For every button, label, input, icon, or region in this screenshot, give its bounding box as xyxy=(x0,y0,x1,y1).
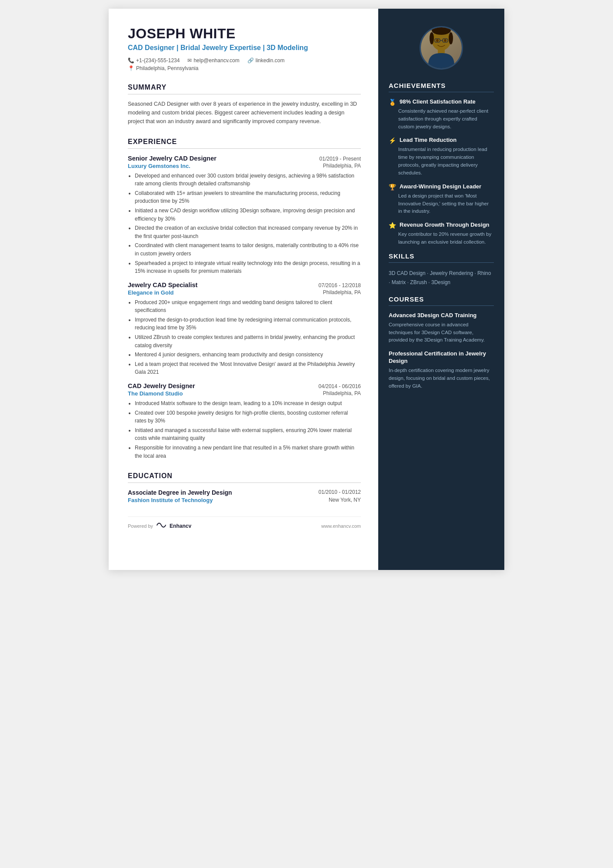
courses-section: COURSES Advanced 3Design CAD Training Co… xyxy=(389,295,494,390)
skills-section: SKILLS 3D CAD Design · Jewelry Rendering… xyxy=(389,252,494,288)
avatar-container xyxy=(389,26,494,70)
svg-point-8 xyxy=(430,32,434,44)
job-item-3: CAD Jewelry Designer 04/2014 - 06/2016 T… xyxy=(128,382,361,460)
achievement-desc-1: Consistently achieved near-perfect clien… xyxy=(389,107,494,131)
svg-point-9 xyxy=(449,32,453,44)
bullet: Developed and enhanced over 300 custom b… xyxy=(135,172,361,188)
achievement-item-4: ⭐ Revenue Growth Through Design Key cont… xyxy=(389,221,494,246)
avatar xyxy=(420,26,463,70)
course-desc-2: In-depth certification covering modern j… xyxy=(389,367,494,390)
course-title-2: Professional Certification in Jewelry De… xyxy=(389,350,494,365)
job-company-2: Elegance in Gold xyxy=(128,289,173,296)
bullet: Improved the design-to-production lead t… xyxy=(135,316,361,332)
courses-divider xyxy=(389,305,494,306)
bullet: Initiated and managed a successful liais… xyxy=(135,426,361,442)
experience-title: EXPERIENCE xyxy=(128,138,361,146)
achievement-item-3: 🏆 Award-Winning Design Leader Led a desi… xyxy=(389,183,494,215)
bullet: Produced 200+ unique engagement rings an… xyxy=(135,298,361,315)
candidate-name: JOSEPH WHITE xyxy=(128,26,361,41)
avatar-image xyxy=(421,27,462,68)
header: JOSEPH WHITE CAD Designer | Bridal Jewel… xyxy=(128,26,361,71)
achievement-desc-4: Key contributor to 20% revenue growth by… xyxy=(389,231,494,246)
phone-icon: 📞 xyxy=(128,57,134,64)
bullet: Introduced Matrix software to the design… xyxy=(135,399,361,408)
phone-contact: 📞 +1-(234)-555-1234 xyxy=(128,57,180,64)
bullet: Mentored 4 junior designers, enhancing t… xyxy=(135,351,361,359)
location-contact: 📍 Philadelphia, Pennsylvania xyxy=(128,65,198,71)
job-bullets-3: Introduced Matrix software to the design… xyxy=(128,399,361,460)
bullet: Directed the creation of an exclusive br… xyxy=(135,224,361,240)
job-bullets-2: Produced 200+ unique engagement rings an… xyxy=(128,298,361,376)
svg-point-6 xyxy=(444,39,446,42)
bullet: Coordinated with client management teams… xyxy=(135,241,361,258)
achievement-desc-3: Led a design project that won 'Most Inno… xyxy=(389,192,494,215)
courses-section-title: COURSES xyxy=(389,295,494,303)
job-location-1: Philadelphia, PA xyxy=(323,163,361,169)
education-section: EDUCATION Associate Degree in Jewelry De… xyxy=(128,472,361,503)
achievements-section: ACHIEVEMENTS 🏅 98% Client Satisfaction R… xyxy=(389,82,494,246)
achievement-icon-1: 🏅 xyxy=(389,99,396,106)
achievements-divider xyxy=(389,92,494,92)
course-desc-1: Comprehensive course in advanced techniq… xyxy=(389,321,494,344)
skills-section-title: SKILLS xyxy=(389,252,494,260)
job-title-3: CAD Jewelry Designer xyxy=(128,382,195,389)
footer-powered-label: Powered by xyxy=(128,523,153,529)
right-panel: ACHIEVEMENTS 🏅 98% Client Satisfaction R… xyxy=(378,9,504,570)
job-dates-3: 04/2014 - 06/2016 xyxy=(319,383,361,389)
footer-url: www.enhancv.com xyxy=(321,523,361,529)
job-item-2: Jewelry CAD Specialist 07/2016 - 12/2018… xyxy=(128,282,361,376)
bullet: Collaborated with 15+ artisan jewelers t… xyxy=(135,189,361,205)
achievement-item-1: 🏅 98% Client Satisfaction Rate Consisten… xyxy=(389,98,494,131)
achievement-icon-2: ⚡ xyxy=(389,137,396,144)
job-item-1: Senior Jewelry CAD Designer 01/2019 - Pr… xyxy=(128,155,361,275)
enhancv-logo-icon xyxy=(157,522,166,530)
summary-title: SUMMARY xyxy=(128,84,361,91)
bullet: Led a team project that received the 'Mo… xyxy=(135,360,361,376)
education-item-1: Associate Degree in Jewelry Design 01/20… xyxy=(128,489,361,503)
edu-location-1: New York, NY xyxy=(329,497,361,503)
achievements-section-title: ACHIEVEMENTS xyxy=(389,82,494,89)
job-bullets-1: Developed and enhanced over 300 custom b… xyxy=(128,172,361,275)
course-item-2: Professional Certification in Jewelry De… xyxy=(389,350,494,390)
achievement-title-2: Lead Time Reduction xyxy=(400,137,456,144)
contact-row: 📞 +1-(234)-555-1234 ✉ help@enhancv.com 🔗… xyxy=(128,57,361,71)
bullet: Responsible for innovating a new pendant… xyxy=(135,444,361,460)
achievement-desc-2: Instrumental in reducing production lead… xyxy=(389,146,494,177)
summary-divider xyxy=(128,94,361,94)
achievement-title-1: 98% Client Satisfaction Rate xyxy=(400,98,476,106)
job-company-3: The Diamond Studio xyxy=(128,390,183,397)
skills-text: 3D CAD Design · Jewelry Rendering · Rhin… xyxy=(389,269,494,288)
achievement-icon-3: 🏆 xyxy=(389,184,396,191)
bullet: Initiated a new CAD design workflow util… xyxy=(135,207,361,223)
bullet: Utilized ZBrush to create complex textur… xyxy=(135,333,361,349)
email-icon: ✉ xyxy=(187,57,192,64)
job-title-1: Senior Jewelry CAD Designer xyxy=(128,155,217,162)
website-contact: 🔗 linkedin.com xyxy=(247,57,285,64)
job-dates-2: 07/2016 - 12/2018 xyxy=(319,282,361,288)
summary-section: SUMMARY Seasoned CAD Designer with over … xyxy=(128,84,361,126)
job-location-2: Philadelphia, PA xyxy=(323,289,361,296)
job-title-2: Jewelry CAD Specialist xyxy=(128,282,197,288)
edu-dates-1: 01/2010 - 01/2012 xyxy=(319,489,361,496)
achievement-item-2: ⚡ Lead Time Reduction Instrumental in re… xyxy=(389,137,494,177)
candidate-title: CAD Designer | Bridal Jewelry Expertise … xyxy=(128,43,361,53)
course-title-1: Advanced 3Design CAD Training xyxy=(389,312,494,319)
resume-container: JOSEPH WHITE CAD Designer | Bridal Jewel… xyxy=(109,9,504,570)
left-panel: JOSEPH WHITE CAD Designer | Bridal Jewel… xyxy=(109,9,378,570)
job-company-1: Luxury Gemstones Inc. xyxy=(128,163,190,169)
achievement-icon-4: ⭐ xyxy=(389,222,396,229)
achievement-title-4: Revenue Growth Through Design xyxy=(400,221,490,229)
education-divider xyxy=(128,483,361,483)
bullet: Spearheaded a project to integrate virtu… xyxy=(135,259,361,275)
experience-divider xyxy=(128,148,361,149)
svg-point-5 xyxy=(436,39,439,42)
location-icon: 📍 xyxy=(128,65,134,71)
job-dates-1: 01/2019 - Present xyxy=(320,156,361,162)
education-title: EDUCATION xyxy=(128,472,361,480)
edu-degree-1: Associate Degree in Jewelry Design xyxy=(128,489,232,496)
footer-brand: Enhancv xyxy=(170,523,191,529)
link-icon: 🔗 xyxy=(247,57,254,64)
footer: Powered by Enhancv www.enhancv.com xyxy=(128,516,361,530)
job-location-3: Philadelphia, PA xyxy=(323,390,361,397)
skills-divider xyxy=(389,262,494,263)
